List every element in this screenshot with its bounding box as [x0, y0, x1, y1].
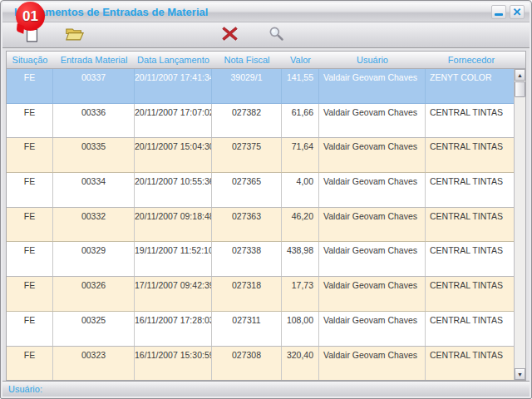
cell: Valdair Geovam Chaves — [319, 347, 426, 381]
cell: FE — [7, 208, 53, 242]
minimize-button[interactable] — [491, 5, 506, 19]
cell: ZENYT COLOR — [426, 69, 514, 103]
cell: 00336 — [53, 104, 135, 138]
cell: Valdair Geovam Chaves — [319, 138, 426, 172]
cell: 16/11/2007 15:30:59 — [135, 347, 212, 381]
cell: Valdair Geovam Chaves — [319, 69, 426, 103]
cell: 027365 — [212, 173, 282, 207]
delete-record-button[interactable] — [218, 24, 241, 46]
cell: 20/11/2007 15:04:30 — [135, 138, 212, 172]
cell: 19/11/2007 11:52:10 — [135, 242, 212, 276]
scroll-down-icon: ▼ — [517, 372, 523, 377]
cell: 027311 — [212, 312, 282, 346]
cell: Valdair Geovam Chaves — [319, 312, 426, 346]
cell: 20/11/2007 10:55:36 — [135, 173, 212, 207]
title-bar: Lançamentos de Entradas de Material ✕ — [2, 2, 530, 22]
table-row[interactable]: FE0032516/11/2007 17:28:03027311108,00Va… — [7, 312, 514, 347]
cell: 16/11/2007 17:28:03 — [135, 312, 212, 346]
table-row[interactable]: FE0033620/11/2007 17:07:0202738261,66Val… — [7, 104, 514, 139]
table-row[interactable]: FE0032617/11/2007 09:42:3902731817,73Val… — [7, 277, 514, 312]
minimize-icon — [495, 13, 503, 16]
cell: 027338 — [212, 242, 282, 276]
cell: CENTRAL TINTAS — [426, 208, 514, 242]
scroll-up-button[interactable]: ▲ — [515, 69, 525, 81]
cell: 61,66 — [282, 104, 319, 138]
cell: 00332 — [53, 208, 135, 242]
search-button[interactable] — [264, 24, 288, 46]
column-header-4[interactable]: Valor — [282, 55, 319, 65]
cell: 71,64 — [282, 138, 319, 172]
cell: FE — [7, 69, 53, 103]
app-window: Lançamentos de Entradas de Material ✕ 01 — [0, 0, 532, 399]
cell: FE — [7, 138, 53, 172]
cell: 027382 — [212, 104, 282, 138]
annotation-badge: 01 — [16, 2, 45, 31]
close-icon: ✕ — [513, 7, 522, 17]
search-icon — [268, 25, 284, 45]
cell: CENTRAL TINTAS — [426, 347, 514, 381]
cell: 027363 — [212, 208, 282, 242]
cell: 4,00 — [282, 173, 319, 207]
cell: FE — [7, 347, 53, 381]
annotation-badge-number: 01 — [22, 8, 38, 25]
cell: 20/11/2007 17:07:02 — [135, 104, 212, 138]
cell: 027308 — [212, 347, 282, 381]
cell: 108,00 — [282, 312, 319, 346]
status-bar: Usuário: — [2, 381, 530, 397]
cell: 00323 — [53, 347, 135, 381]
table-row[interactable]: FE0033720/11/2007 17:41:3439029/1141,55V… — [7, 69, 514, 104]
cell: 00335 — [53, 138, 135, 172]
cell: 20/11/2007 09:18:48 — [135, 208, 212, 242]
cell: 320,40 — [282, 347, 319, 381]
vertical-scrollbar[interactable]: ▲ ▼ — [514, 69, 525, 380]
cell: 00337 — [53, 69, 135, 103]
column-header-6[interactable]: Fornecedor — [426, 55, 517, 65]
cell: 00325 — [53, 312, 135, 346]
cell: 17/11/2007 09:42:39 — [135, 277, 212, 311]
cell: FE — [7, 312, 53, 346]
table-row[interactable]: FE0032316/11/2007 15:30:59027308320,40Va… — [7, 347, 514, 381]
table-row[interactable]: FE0032919/11/2007 11:52:10027338438,98Va… — [7, 242, 514, 277]
cell: CENTRAL TINTAS — [426, 312, 514, 346]
cell: 00334 — [53, 173, 135, 207]
open-folder-icon — [65, 26, 85, 45]
cell: Valdair Geovam Chaves — [319, 208, 426, 242]
cell: FE — [7, 277, 53, 311]
column-header-3[interactable]: Nota Fiscal — [212, 55, 282, 65]
scroll-up-icon: ▲ — [517, 72, 523, 78]
cell: FE — [7, 173, 53, 207]
column-header-0[interactable]: Situação — [7, 55, 53, 65]
data-grid: SituaçãoEntrada MaterialData LançamentoN… — [6, 51, 526, 381]
status-user-label: Usuário: — [2, 384, 42, 394]
cell: CENTRAL TINTAS — [426, 104, 514, 138]
cell: Valdair Geovam Chaves — [319, 242, 426, 276]
cell: CENTRAL TINTAS — [426, 242, 514, 276]
cell: FE — [7, 242, 53, 276]
cell: Valdair Geovam Chaves — [319, 277, 426, 311]
cell: Valdair Geovam Chaves — [319, 104, 426, 138]
column-header-1[interactable]: Entrada Material — [53, 55, 135, 65]
open-record-button[interactable] — [63, 24, 86, 46]
grid-body: FE0033720/11/2007 17:41:3439029/1141,55V… — [7, 69, 514, 380]
content-area: SituaçãoEntrada MaterialData LançamentoN… — [2, 49, 530, 397]
column-header-2[interactable]: Data Lançamento — [135, 55, 212, 65]
table-row[interactable]: FE0033520/11/2007 15:04:3002737571,64Val… — [7, 138, 514, 173]
cell: 027318 — [212, 277, 282, 311]
cell: 00326 — [53, 277, 135, 311]
grid-header: SituaçãoEntrada MaterialData LançamentoN… — [7, 52, 525, 69]
cell: Valdair Geovam Chaves — [319, 173, 426, 207]
table-row[interactable]: FE0033420/11/2007 10:55:360273654,00Vald… — [7, 173, 514, 208]
delete-x-icon — [221, 25, 239, 46]
cell: 438,98 — [282, 242, 319, 276]
scrollbar-thumb[interactable] — [515, 81, 525, 97]
close-button[interactable]: ✕ — [510, 5, 525, 19]
cell: 46,20 — [282, 208, 319, 242]
cell: 39029/1 — [212, 69, 282, 103]
cell: CENTRAL TINTAS — [426, 277, 514, 311]
cell: CENTRAL TINTAS — [426, 138, 514, 172]
column-header-5[interactable]: Usuário — [319, 55, 426, 65]
cell: 027375 — [212, 138, 282, 172]
cell: FE — [7, 104, 53, 138]
scroll-down-button[interactable]: ▼ — [515, 368, 525, 380]
table-row[interactable]: FE0033220/11/2007 09:18:4802736346,20Val… — [7, 208, 514, 243]
